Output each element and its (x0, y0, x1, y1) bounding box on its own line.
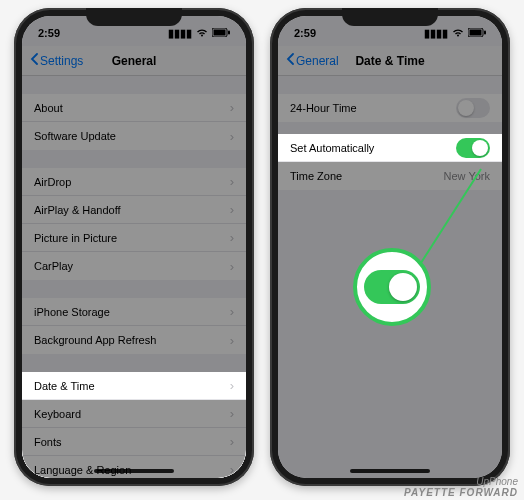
row-label: Fonts (34, 436, 62, 448)
row-software-update[interactable]: Software Update› (22, 122, 246, 150)
callout-connector (278, 16, 502, 478)
notch (342, 8, 438, 26)
status-icons: ▮▮▮▮ (424, 27, 486, 40)
row-label: Software Update (34, 130, 116, 142)
chevron-right-icon: › (230, 202, 234, 217)
row-label: Date & Time (34, 380, 95, 392)
row-24-hour-time[interactable]: 24-Hour Time (278, 94, 502, 122)
home-indicator[interactable] (94, 469, 174, 473)
chevron-right-icon: › (230, 462, 234, 477)
row-label: iPhone Storage (34, 306, 110, 318)
row-label: AirDrop (34, 176, 71, 188)
row-label: CarPlay (34, 260, 73, 272)
home-indicator[interactable] (350, 469, 430, 473)
row-label: Background App Refresh (34, 334, 156, 346)
date-time-list: 24-Hour Time Set Automatically Time Zone… (278, 94, 502, 190)
row-airdrop[interactable]: AirDrop› (22, 168, 246, 196)
row-label: Time Zone (290, 170, 342, 182)
row-label: 24-Hour Time (290, 102, 357, 114)
back-label: Settings (40, 54, 83, 68)
back-button[interactable]: General (286, 53, 339, 68)
row-value: New York (444, 170, 490, 182)
status-time: 2:59 (294, 27, 316, 39)
back-label: General (296, 54, 339, 68)
row-background-app-refresh[interactable]: Background App Refresh› (22, 326, 246, 354)
chevron-right-icon: › (230, 174, 234, 189)
callout-toggle-zoom (353, 248, 431, 326)
row-about[interactable]: About› (22, 94, 246, 122)
toggle-on-icon (364, 270, 420, 304)
chevron-right-icon: › (230, 129, 234, 144)
row-keyboard[interactable]: Keyboard› (22, 400, 246, 428)
svg-rect-2 (228, 31, 230, 35)
phone-right: 2:59 ▮▮▮▮ General (270, 8, 510, 486)
notch (86, 8, 182, 26)
signal-icon: ▮▮▮▮ (424, 27, 448, 40)
chevron-left-icon (30, 53, 38, 68)
wifi-icon (452, 27, 464, 39)
chevron-right-icon: › (230, 230, 234, 245)
watermark-line1: UpPhone (404, 476, 518, 487)
row-airplay-handoff[interactable]: AirPlay & Handoff› (22, 196, 246, 224)
svg-rect-1 (214, 30, 226, 36)
row-picture-in-picture[interactable]: Picture in Picture› (22, 224, 246, 252)
signal-icon: ▮▮▮▮ (168, 27, 192, 40)
chevron-right-icon: › (230, 100, 234, 115)
chevron-right-icon: › (230, 434, 234, 449)
chevron-right-icon: › (230, 378, 234, 393)
status-time: 2:59 (38, 27, 60, 39)
svg-rect-4 (470, 30, 482, 36)
phone-left: 2:59 ▮▮▮▮ Settings (14, 8, 254, 486)
toggle-24-hour[interactable] (456, 98, 490, 118)
chevron-right-icon: › (230, 333, 234, 348)
row-iphone-storage[interactable]: iPhone Storage› (22, 298, 246, 326)
back-button[interactable]: Settings (30, 53, 83, 68)
screen-date-time: 2:59 ▮▮▮▮ General (278, 16, 502, 478)
row-time-zone[interactable]: Time Zone New York (278, 162, 502, 190)
row-label: Keyboard (34, 408, 81, 420)
row-set-automatically[interactable]: Set Automatically (278, 134, 502, 162)
battery-icon (212, 27, 230, 39)
page-title: Date & Time (355, 54, 424, 68)
row-language-region[interactable]: Language & Region› (22, 456, 246, 478)
row-label: Picture in Picture (34, 232, 117, 244)
row-fonts[interactable]: Fonts› (22, 428, 246, 456)
nav-bar: General Date & Time (278, 46, 502, 76)
nav-bar: Settings General (22, 46, 246, 76)
watermark: UpPhone PAYETTE FORWARD (404, 476, 518, 498)
settings-list[interactable]: About›Software Update›AirDrop›AirPlay & … (22, 94, 246, 478)
status-icons: ▮▮▮▮ (168, 27, 230, 40)
chevron-right-icon: › (230, 304, 234, 319)
chevron-right-icon: › (230, 259, 234, 274)
row-date-time[interactable]: Date & Time› (22, 372, 246, 400)
row-label: About (34, 102, 63, 114)
row-label: Set Automatically (290, 142, 374, 154)
battery-icon (468, 27, 486, 39)
chevron-right-icon: › (230, 406, 234, 421)
wifi-icon (196, 27, 208, 39)
row-carplay[interactable]: CarPlay› (22, 252, 246, 280)
chevron-left-icon (286, 53, 294, 68)
svg-rect-5 (484, 31, 486, 35)
watermark-line2: PAYETTE FORWARD (404, 487, 518, 498)
row-label: AirPlay & Handoff (34, 204, 121, 216)
page-title: General (112, 54, 157, 68)
toggle-set-automatically[interactable] (456, 138, 490, 158)
screen-general: 2:59 ▮▮▮▮ Settings (22, 16, 246, 478)
